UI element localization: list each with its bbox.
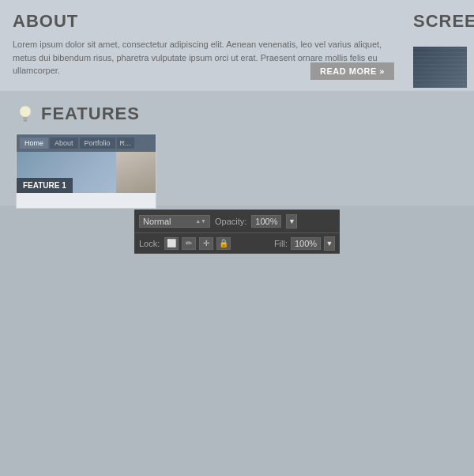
read-more-button[interactable]: READ MORE » [310,62,394,80]
screen-thumbnail [413,47,467,88]
features-header: FEATURES [16,104,458,124]
fill-arrow-btn[interactable]: ▼ [324,236,335,251]
feature-card: Home About Portfolio R... FEATURE 1 [16,134,156,209]
fill-label: Fill: [274,239,288,248]
lock-transparency-icon[interactable]: ⬜ [164,237,179,250]
blend-mode-value: Normal [143,217,171,226]
feature-body-image [116,152,156,193]
fill-value[interactable]: 100% [291,237,321,250]
feature-nav: Home About Portfolio R... [17,134,156,152]
screen-title: SCREE [407,0,474,32]
svg-point-0 [20,106,31,117]
nav-tab-home[interactable]: Home [20,138,48,149]
blend-opacity-bar: Normal ▲▼ Opacity: 100% ▼ [134,210,340,233]
svg-rect-3 [24,120,27,122]
nav-tab-about[interactable]: About [50,138,78,149]
blend-mode-select[interactable]: Normal ▲▼ [139,215,210,228]
blend-mode-arrows: ▲▼ [195,218,206,224]
about-title: ABOUT [13,11,394,32]
about-panel: ABOUT Lorem ipsum dolor sit amet, consec… [0,0,407,91]
feature-body: FEATURE 1 [17,152,156,193]
lock-position-icon[interactable]: ✛ [199,237,213,250]
lock-label: Lock: [139,239,160,248]
nav-tab-partial: R... [117,138,134,149]
nav-tab-portfolio[interactable]: Portfolio [80,138,115,149]
svg-rect-2 [24,119,28,120]
opacity-label: Opacity: [215,217,246,226]
screen-panel: SCREE [407,0,474,91]
features-title: FEATURES [41,104,140,124]
opacity-value[interactable]: 100% [251,215,281,228]
feature-label: FEATURE 1 [17,178,73,193]
bulb-icon [16,104,35,123]
lock-fill-bar: Lock: ⬜ ✏ ✛ 🔒 Fill: 100% ▼ [134,233,340,254]
lock-all-icon[interactable]: 🔒 [216,237,231,250]
lock-paint-icon[interactable]: ✏ [182,237,196,250]
opacity-arrow-btn[interactable]: ▼ [286,214,297,229]
features-section: FEATURES Home About Portfolio R... FEATU… [0,91,474,206]
svg-rect-1 [23,117,28,119]
